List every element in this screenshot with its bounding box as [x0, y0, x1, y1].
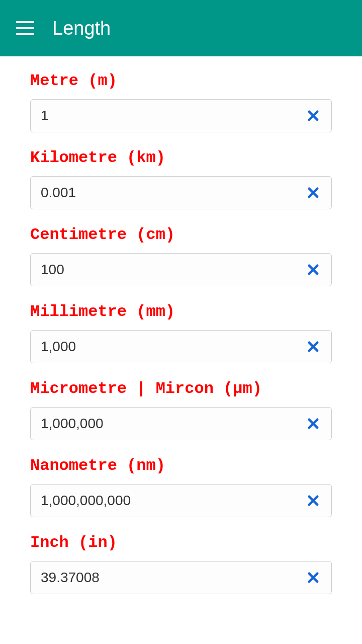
- input-wrapper: [30, 484, 332, 517]
- inch-input[interactable]: [41, 570, 305, 586]
- metre-input[interactable]: [41, 108, 305, 124]
- unit-group-centimetre: Centimetre (cm): [30, 225, 332, 286]
- clear-button[interactable]: [305, 493, 321, 509]
- unit-group-kilometre: Kilometre (km): [30, 148, 332, 209]
- close-icon: [306, 263, 320, 277]
- input-wrapper: [30, 407, 332, 440]
- unit-label: Kilometre (km): [30, 148, 332, 167]
- input-wrapper: [30, 99, 332, 132]
- clear-button[interactable]: [305, 108, 321, 124]
- close-icon: [306, 494, 320, 508]
- unit-label: Millimetre (mm): [30, 302, 332, 321]
- unit-group-micrometre: Micrometre | Mircon (µm): [30, 379, 332, 440]
- unit-label: Micrometre | Mircon (µm): [30, 379, 332, 398]
- menu-icon[interactable]: [16, 21, 34, 35]
- close-icon: [306, 186, 320, 200]
- close-icon: [306, 340, 320, 354]
- close-icon: [306, 109, 320, 123]
- micrometre-input[interactable]: [41, 416, 305, 432]
- unit-group-millimetre: Millimetre (mm): [30, 302, 332, 363]
- kilometre-input[interactable]: [41, 185, 305, 201]
- app-header: Length: [0, 0, 362, 56]
- page-title: Length: [52, 18, 111, 39]
- input-wrapper: [30, 176, 332, 209]
- unit-group-nanometre: Nanometre (nm): [30, 456, 332, 517]
- centimetre-input[interactable]: [41, 262, 305, 278]
- input-wrapper: [30, 253, 332, 286]
- clear-button[interactable]: [305, 262, 321, 278]
- input-wrapper: [30, 330, 332, 363]
- unit-label: Centimetre (cm): [30, 225, 332, 244]
- close-icon: [306, 571, 320, 585]
- clear-button[interactable]: [305, 185, 321, 201]
- clear-button[interactable]: [305, 339, 321, 355]
- nanometre-input[interactable]: [41, 493, 305, 509]
- close-icon: [306, 417, 320, 431]
- clear-button[interactable]: [305, 416, 321, 432]
- input-wrapper: [30, 561, 332, 594]
- unit-group-inch: Inch (in): [30, 533, 332, 594]
- unit-label: Metre (m): [30, 71, 332, 90]
- millimetre-input[interactable]: [41, 339, 305, 355]
- clear-button[interactable]: [305, 570, 321, 586]
- unit-label: Nanometre (nm): [30, 456, 332, 475]
- unit-group-metre: Metre (m): [30, 71, 332, 132]
- unit-label: Inch (in): [30, 533, 332, 552]
- content-area: Metre (m) Kilometre (km) Centimetre (cm)…: [0, 56, 362, 625]
